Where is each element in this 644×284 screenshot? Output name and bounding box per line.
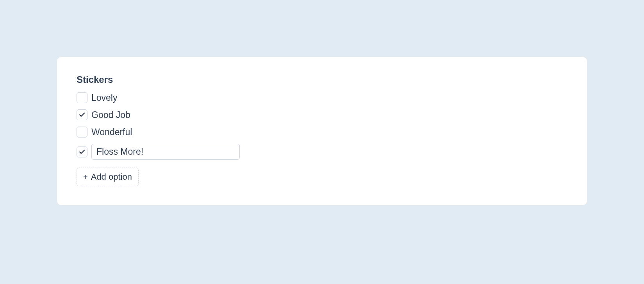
plus-icon: +: [83, 173, 88, 181]
add-option-label: Add option: [91, 172, 132, 182]
option-row: Wonderful: [77, 127, 567, 138]
option-row: Good Job: [77, 109, 567, 120]
add-option-button[interactable]: + Add option: [77, 168, 139, 186]
checkbox-wonderful[interactable]: [77, 127, 87, 138]
option-label: Wonderful: [91, 127, 132, 138]
section-title: Stickers: [77, 74, 567, 85]
option-label: Good Job: [91, 110, 130, 120]
check-icon: [78, 111, 86, 118]
option-input-floss-more[interactable]: [91, 144, 240, 160]
option-row: Lovely: [77, 92, 567, 103]
option-row: [77, 144, 567, 160]
option-label: Lovely: [91, 93, 117, 103]
checkbox-lovely[interactable]: [77, 92, 87, 103]
stickers-card: Stickers Lovely Good Job Wonderful + Add…: [57, 57, 587, 205]
check-icon: [78, 148, 86, 155]
checkbox-floss-more[interactable]: [77, 146, 87, 157]
checkbox-good-job[interactable]: [77, 109, 87, 120]
